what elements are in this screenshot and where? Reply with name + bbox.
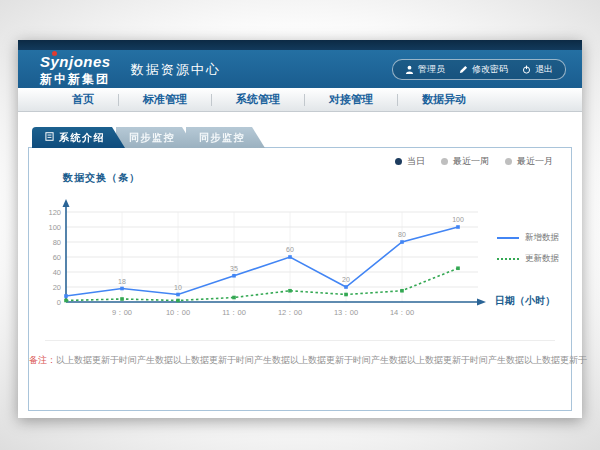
main-nav: 首页 标准管理 系统管理 对接管理 数据异动: [18, 88, 582, 112]
logout-label: 退出: [535, 63, 553, 76]
radio-label: 最近一月: [517, 155, 553, 168]
svg-text:18: 18: [118, 278, 126, 285]
radio-dot-icon: [505, 158, 512, 165]
tab-bar: 系统介绍 同步监控 同步监控: [18, 127, 582, 148]
content-area: 系统介绍 同步监控 同步监控 当日 最近一周: [18, 127, 582, 411]
chart-legend: 新增数据 更新数据: [497, 232, 559, 265]
line-chart: 0204060801001209：0010：0011：0012：0013：001…: [41, 194, 491, 320]
svg-text:100: 100: [48, 223, 61, 232]
nav-item-standard-mgmt[interactable]: 标准管理: [119, 92, 211, 107]
svg-text:20: 20: [53, 283, 61, 292]
user-button-label: 管理员: [418, 63, 445, 76]
svg-text:80: 80: [398, 231, 406, 238]
tab-label: 系统介绍: [59, 131, 105, 145]
radio-last-month[interactable]: 最近一月: [505, 155, 553, 168]
y-axis-title: 数据交换（条）: [63, 171, 140, 185]
footer-note-prefix: 备注：: [29, 355, 56, 365]
user-actions-pill: 管理员 修改密码 退出: [392, 59, 566, 80]
document-icon: [45, 132, 54, 143]
logo-red-dot-icon: [52, 51, 57, 56]
legend-item-new-data: 新增数据: [497, 232, 559, 244]
nav-item-data-change[interactable]: 数据异动: [398, 92, 490, 107]
solid-line-swatch: [497, 237, 519, 239]
nav-item-system-mgmt[interactable]: 系统管理: [212, 92, 304, 107]
brand-logo: Synjones 新中新集团: [40, 54, 111, 85]
power-icon: [522, 65, 531, 74]
svg-text:20: 20: [342, 276, 350, 283]
radio-label: 最近一周: [453, 155, 489, 168]
svg-text:13：00: 13：00: [334, 308, 358, 317]
app-window: Synjones 新中新集团 数据资源中心 管理员 修改密码: [18, 40, 582, 418]
radio-dot-icon: [441, 158, 448, 165]
tab-label: 同步监控: [199, 131, 245, 145]
svg-text:120: 120: [48, 208, 61, 217]
legend-label: 新增数据: [525, 232, 559, 244]
svg-text:80: 80: [53, 238, 61, 247]
time-range-filter: 当日 最近一周 最近一月: [395, 155, 553, 168]
panel-divider: [45, 340, 555, 341]
svg-text:10：00: 10：00: [166, 308, 190, 317]
logout-button[interactable]: 退出: [522, 63, 553, 76]
top-navy-strip: [18, 40, 582, 50]
footer-note-text: 以上数据更新于时间产生数据以上数据更新于时间产生数据以上数据更新于时间产生数据以…: [56, 355, 587, 365]
svg-text:9：00: 9：00: [112, 308, 132, 317]
x-axis-title: 日期（小时）: [495, 294, 555, 308]
svg-text:10: 10: [174, 284, 182, 291]
dotted-line-swatch: [497, 258, 519, 260]
footer-note: 备注：以上数据更新于时间产生数据以上数据更新于时间产生数据以上数据更新于时间产生…: [29, 354, 571, 367]
radio-last-week[interactable]: 最近一周: [441, 155, 489, 168]
app-title: 数据资源中心: [131, 59, 221, 79]
tab-sync-monitor-1[interactable]: 同步监控: [116, 127, 195, 148]
svg-text:60: 60: [286, 246, 294, 253]
radio-dot-icon: [395, 158, 402, 165]
radio-today[interactable]: 当日: [395, 155, 425, 168]
svg-text:14：00: 14：00: [390, 308, 414, 317]
svg-text:60: 60: [53, 253, 61, 262]
logo-text: Synjones: [40, 54, 111, 69]
nav-item-interface-mgmt[interactable]: 对接管理: [305, 92, 397, 107]
legend-item-update-data: 更新数据: [497, 253, 559, 265]
svg-text:11：00: 11：00: [222, 308, 246, 317]
app-header: Synjones 新中新集团 数据资源中心 管理员 修改密码: [18, 50, 582, 88]
radio-label: 当日: [407, 155, 425, 168]
svg-text:0: 0: [57, 298, 61, 307]
svg-text:40: 40: [53, 268, 61, 277]
legend-label: 更新数据: [525, 253, 559, 265]
logo-wordmark: Synjones: [40, 53, 111, 70]
chart-panel: 当日 最近一周 最近一月 数据交换（条） 0204060801001209：00…: [28, 147, 572, 411]
nav-item-home[interactable]: 首页: [48, 92, 118, 107]
svg-text:12：00: 12：00: [278, 308, 302, 317]
user-button[interactable]: 管理员: [405, 63, 445, 76]
page-background: Synjones 新中新集团 数据资源中心 管理员 修改密码: [0, 0, 600, 450]
change-password-label: 修改密码: [472, 63, 508, 76]
edit-icon: [459, 65, 468, 74]
change-password-button[interactable]: 修改密码: [459, 63, 508, 76]
tab-sync-monitor-2[interactable]: 同步监控: [186, 127, 265, 148]
user-icon: [405, 65, 414, 74]
tab-label: 同步监控: [129, 131, 175, 145]
svg-text:35: 35: [230, 265, 238, 272]
logo-subtext: 新中新集团: [40, 73, 111, 85]
tab-system-intro[interactable]: 系统介绍: [32, 127, 125, 148]
svg-text:100: 100: [452, 216, 464, 223]
